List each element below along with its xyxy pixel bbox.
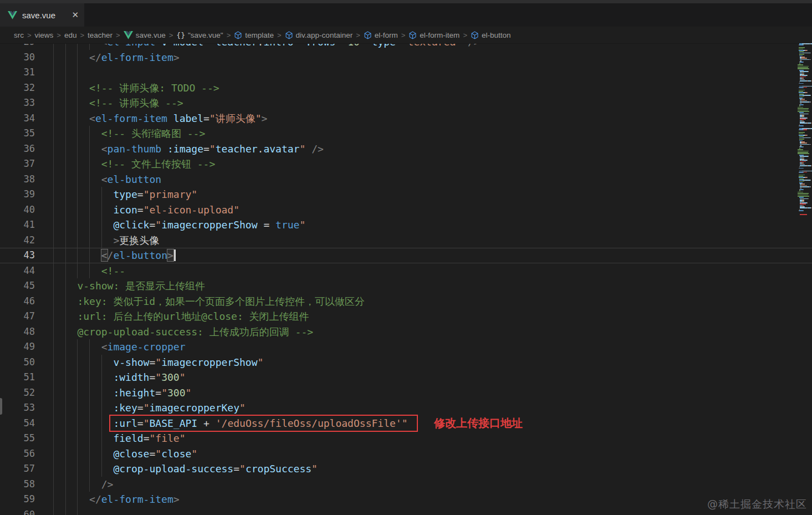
code-token: close — [161, 448, 191, 460]
code-line-40[interactable]: 40icon="el-icon-upload" — [0, 202, 812, 218]
breadcrumb-item-save.vue[interactable]: {}"save.vue" — [176, 31, 223, 39]
line-number: 32 — [0, 80, 35, 96]
code-line-36[interactable]: 36<pan-thumb :image="teacher.avatar" /> — [0, 141, 812, 157]
code-token: BASE_API — [149, 417, 197, 429]
indent-guide — [65, 309, 66, 324]
code-line-31[interactable]: 31 — [0, 65, 812, 80]
indent-guide — [77, 446, 78, 462]
breadcrumb-item-teacher[interactable]: teacher — [88, 31, 113, 39]
code-token: " — [239, 463, 246, 475]
code-token — [366, 43, 372, 48]
line-number: 59 — [0, 492, 35, 507]
indent-guide — [77, 492, 78, 507]
breadcrumb-item-div.app-container[interactable]: div.app-container — [285, 31, 353, 39]
line-number: 44 — [0, 263, 35, 279]
code-token: " — [294, 43, 300, 48]
line-number: 60 — [0, 507, 35, 515]
code-token — [462, 43, 468, 48]
breadcrumb-item-src[interactable]: src — [14, 31, 24, 39]
breadcrumb-label: save.vue — [136, 31, 166, 39]
code-line-55[interactable]: 55field="file" — [0, 431, 812, 446]
indent-guide — [65, 202, 66, 218]
tab-save-vue[interactable]: save.vue ✕ — [0, 3, 84, 27]
code-token: " — [239, 402, 246, 414]
code-text: <!-- 头衔缩略图 --> — [101, 126, 206, 141]
code-text: <!-- 讲师头像 --> — [89, 95, 183, 111]
code-line-43[interactable]: 43</el-button> — [0, 248, 812, 263]
indent-guide — [65, 126, 66, 141]
code-line-52[interactable]: 52:height="300" — [0, 385, 812, 401]
minimap-mark — [805, 161, 806, 162]
code-text: type="primary" — [113, 187, 197, 202]
code-line-45[interactable]: 45v-show: 是否显示上传组件 — [0, 278, 812, 294]
indent-guide — [65, 370, 66, 385]
indent-guide — [53, 400, 54, 416]
minimap-mark — [799, 87, 803, 88]
code-text: field="file" — [113, 431, 185, 446]
indent-guide — [53, 172, 54, 187]
indent-guide — [77, 431, 78, 446]
indent-guide — [89, 172, 90, 187]
code-line-34[interactable]: 34<el-form-item label="讲师头像"> — [0, 111, 812, 126]
code-token: = — [203, 43, 210, 48]
code-line-37[interactable]: 37<!-- 文件上传按钮 --> — [0, 156, 812, 172]
code-line-33[interactable]: 33<!-- 讲师头像 --> — [0, 95, 812, 111]
code-line-39[interactable]: 39type="primary" — [0, 187, 812, 202]
code-token: :url: 后台上传的url地址@close: 关闭上传组件 — [77, 310, 309, 322]
code-line-42[interactable]: 42>更换头像 — [0, 233, 812, 248]
breadcrumb-item-edu[interactable]: edu — [64, 31, 77, 39]
code-line-56[interactable]: 56@close="close" — [0, 446, 812, 462]
code-line-38[interactable]: 38<el-button — [0, 172, 812, 187]
code-text: :key="imagecropperKey" — [113, 400, 245, 416]
breadcrumb-separator: > — [27, 31, 32, 39]
line-number: 54 — [0, 416, 35, 431]
indent-guide — [77, 187, 78, 202]
minimap[interactable] — [796, 43, 812, 515]
code-line-35[interactable]: 35<!-- 头衔缩略图 --> — [0, 126, 812, 141]
code-line-32[interactable]: 32<!-- 讲师头像: TODO --> — [0, 80, 812, 96]
code-text: >更换头像 — [113, 233, 159, 248]
minimap-mark — [810, 43, 812, 44]
breadcrumb-label: views — [35, 31, 54, 39]
code-token: " — [144, 402, 150, 414]
code-line-57[interactable]: 57@crop-upload-success="cropSuccess" — [0, 461, 812, 477]
breadcrumb-separator: > — [116, 31, 120, 39]
code-line-51[interactable]: 51:width="300" — [0, 370, 812, 385]
code-line-47[interactable]: 47:url: 后台上传的url地址@close: 关闭上传组件 — [0, 309, 812, 324]
code-line-44[interactable]: 44<!-- — [0, 263, 812, 279]
breadcrumb-item-template[interactable]: template — [234, 31, 274, 39]
line-number: 40 — [0, 202, 35, 218]
code-line-46[interactable]: 46:key: 类似于id，如果一个页面多个图片上传控件，可以做区分 — [0, 294, 812, 309]
tab-close-icon[interactable]: ✕ — [72, 10, 79, 20]
breadcrumb-item-el-form-item[interactable]: el-form-item — [408, 31, 459, 39]
code-line-48[interactable]: 48@crop-upload-success: 上传成功后的回调 --> — [0, 324, 812, 340]
code-line-59[interactable]: 59</el-form-item> — [0, 492, 812, 507]
code-line-60[interactable]: 60 — [0, 507, 812, 515]
code-line-50[interactable]: 50v-show="imagecropperShow" — [0, 355, 812, 370]
line-number: 36 — [0, 141, 35, 157]
minimap-mark — [810, 186, 811, 187]
code-line-41[interactable]: 41@click="imagecropperShow = true" — [0, 217, 812, 233]
code-line-53[interactable]: 53:key="imagecropperKey" — [0, 400, 812, 416]
code-line-49[interactable]: 49<image-cropper — [0, 339, 812, 355]
code-token: " — [191, 448, 197, 460]
code-line-30[interactable]: 30</el-form-item> — [0, 50, 812, 65]
code-text: /> — [101, 477, 114, 492]
code-token: /> — [468, 43, 480, 48]
code-line-58[interactable]: 58/> — [0, 477, 812, 492]
breadcrumb-item-el-button[interactable]: el-button — [471, 31, 511, 39]
breadcrumb-item-el-form[interactable]: el-form — [364, 31, 398, 39]
code-token: "file" — [149, 432, 185, 444]
minimap-mark — [811, 123, 811, 124]
code-token: "讲师头像" — [210, 113, 262, 124]
code-line-29[interactable]: 29<el-input v-model="teacher.intro" :row… — [0, 43, 812, 50]
indent-guide — [53, 492, 54, 507]
indent-guide — [53, 248, 54, 263]
code-text: @close="close" — [113, 446, 197, 462]
indent-guide — [65, 43, 66, 50]
code-text: </el-button> — [101, 248, 176, 263]
breadcrumb-item-views[interactable]: views — [35, 31, 54, 39]
code-line-54[interactable]: 54:url="BASE_API + '/eduOss/fileOss/uplo… — [0, 416, 812, 431]
indent-guide — [77, 233, 78, 248]
breadcrumb-item-save.vue[interactable]: save.vue — [124, 31, 166, 39]
